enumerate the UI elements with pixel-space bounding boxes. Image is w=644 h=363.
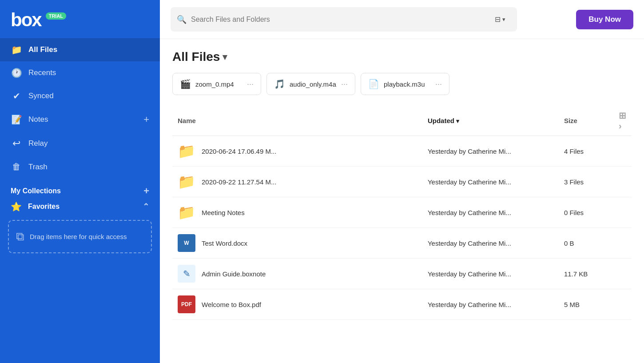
audio-file-icon: 🎵 [274,79,285,89]
file-name-cell: 📁 2020-06-24 17.06.49 M... [172,136,422,167]
favorites-icon: ⭐ [11,201,22,212]
file-size-cell: 0 Files [559,197,613,228]
favorites-section[interactable]: ⭐ Favorites ⌃ [0,199,160,215]
boxnote-file-icon: ✎ [178,265,195,283]
file-actions-cell [613,228,632,259]
folder-icon: 📁 [11,44,22,55]
clock-icon: 🕐 [11,68,22,78]
sort-arrow-icon: ▾ [456,118,459,124]
my-collections-section[interactable]: My Collections + [0,178,160,199]
filter-button[interactable]: ⊟ ▾ [489,12,511,27]
file-updated-cell: Yesterday by Catherine Mi... [422,197,559,228]
file-size-cell: 4 Files [559,136,613,167]
sidebar-header: box TRIAL [0,0,160,38]
file-updated-cell: Yesterday by Catherine Mi... [422,136,559,167]
file-size-cell: 11.7 KB [559,259,613,289]
file-name-cell: 📁 Meeting Notes [172,197,422,228]
playlist-file-icon: 📄 [368,79,379,89]
file-actions-cell [613,167,632,197]
file-actions-cell [613,289,632,320]
recent-file-card[interactable]: 🎵 audio_only.m4a ··· [266,73,355,95]
filter-chevron-icon: ▾ [502,16,505,23]
drag-area-text: Drag items here for quick access [30,233,127,240]
recent-file-menu-button[interactable]: ··· [341,80,348,89]
relay-icon: ↩ [11,138,22,149]
video-file-icon: 🎬 [180,79,191,89]
filter-icon: ⊟ [495,15,501,24]
file-name: 2020-09-22 11.27.54 M... [202,178,276,186]
pdf-file-icon: PDF [178,295,195,313]
sidebar-item-notes[interactable]: 📝 Notes + [0,108,160,132]
sidebar-item-synced[interactable]: ✔ Synced [0,84,160,108]
grid-view-button[interactable]: ⊞ [619,111,626,120]
recent-file-menu-button[interactable]: ··· [247,80,254,89]
sidebar-item-relay[interactable]: ↩ Relay [0,132,160,156]
favorites-label: Favorites [28,203,60,211]
expand-arrow-button[interactable]: › [619,121,622,131]
app-logo: box [11,11,41,29]
file-actions-cell [613,259,632,289]
file-name: Admin Guide.boxnote [202,270,266,278]
file-size-cell: 0 B [559,228,613,259]
col-size-header: Size [559,106,613,136]
page-title-text: All Files [172,50,220,64]
search-input[interactable] [191,16,485,24]
favorites-chevron-icon[interactable]: ⌃ [143,202,149,211]
table-row[interactable]: ✎ Admin Guide.boxnote Yesterday by Cathe… [172,259,632,289]
file-updated-cell: Yesterday by Catherine Mi... [422,228,559,259]
page-title-chevron-icon[interactable]: ▾ [223,52,227,62]
content-area: All Files ▾ 🎬 zoom_0.mp4 ··· 🎵 audio_onl… [160,39,644,363]
file-table: Name Updated ▾ Size ⊞ › [172,106,632,320]
recent-file-name: audio_only.m4a [290,80,336,88]
drag-quick-access-area: ⧉ Drag items here for quick access [8,220,152,253]
file-size-cell: 5 MB [559,289,613,320]
file-name-cell: 📁 2020-09-22 11.27.54 M... [172,167,422,197]
sidebar-item-all-files[interactable]: 📁 All Files [0,38,160,61]
file-updated-cell: Yesterday by Catherine Mi... [422,289,559,320]
file-name: Welcome to Box.pdf [202,301,261,308]
folder-icon: 📁 [178,203,195,221]
file-actions-cell [613,197,632,228]
col-updated-header[interactable]: Updated ▾ [422,106,559,136]
topbar: 🔍 ⊟ ▾ Buy Now [160,0,644,39]
file-name-cell: PDF Welcome to Box.pdf [172,289,422,320]
col-name-header: Name [172,106,422,136]
drag-icon: ⧉ [16,230,24,243]
word-file-icon: W [178,234,195,252]
file-name: Test Word.docx [202,239,247,247]
file-size-cell: 3 Files [559,167,613,197]
buy-now-button[interactable]: Buy Now [576,10,633,29]
main-content: 🔍 ⊟ ▾ Buy Now All Files ▾ 🎬 zoom_0.mp4 ·… [160,0,644,363]
sidebar-item-trash[interactable]: 🗑 Trash [0,156,160,178]
file-table-body: 📁 2020-06-24 17.06.49 M... Yesterday by … [172,136,632,320]
file-updated-cell: Yesterday by Catherine Mi... [422,259,559,289]
table-row[interactable]: 📁 2020-09-22 11.27.54 M... Yesterday by … [172,167,632,197]
sidebar-item-label: All Files [28,45,57,54]
file-actions-cell [613,136,632,167]
table-row[interactable]: 📁 2020-06-24 17.06.49 M... Yesterday by … [172,136,632,167]
sidebar-item-label: Synced [28,92,54,100]
file-updated-cell: Yesterday by Catherine Mi... [422,167,559,197]
folder-icon: 📁 [178,173,195,191]
sidebar-nav: 📁 All Files 🕐 Recents ✔ Synced 📝 Notes +… [0,38,160,363]
sidebar-item-label: Trash [28,163,48,172]
recent-file-card[interactable]: 🎬 zoom_0.mp4 ··· [172,73,261,95]
collections-add-button[interactable]: + [143,185,149,197]
table-row[interactable]: PDF Welcome to Box.pdf Yesterday by Cath… [172,289,632,320]
col-actions-header: ⊞ › [613,106,632,136]
sidebar: box TRIAL 📁 All Files 🕐 Recents ✔ Synced… [0,0,160,363]
search-bar[interactable]: 🔍 ⊟ ▾ [171,7,517,32]
recent-files-strip: 🎬 zoom_0.mp4 ··· 🎵 audio_only.m4a ··· 📄 … [172,73,632,95]
recent-file-menu-button[interactable]: ··· [435,80,442,89]
recent-file-name: playback.m3u [384,80,425,88]
file-name: 2020-06-24 17.06.49 M... [202,148,276,155]
sidebar-item-label: Relay [28,139,48,148]
file-name: Meeting Notes [202,209,245,216]
notes-icon: 📝 [11,114,22,125]
table-row[interactable]: 📁 Meeting Notes Yesterday by Catherine M… [172,197,632,228]
sidebar-item-recents[interactable]: 🕐 Recents [0,61,160,84]
recent-file-card[interactable]: 📄 playback.m3u ··· [361,73,449,95]
table-row[interactable]: W Test Word.docx Yesterday by Catherine … [172,228,632,259]
notes-add-button[interactable]: + [143,114,149,125]
folder-icon: 📁 [178,142,195,160]
